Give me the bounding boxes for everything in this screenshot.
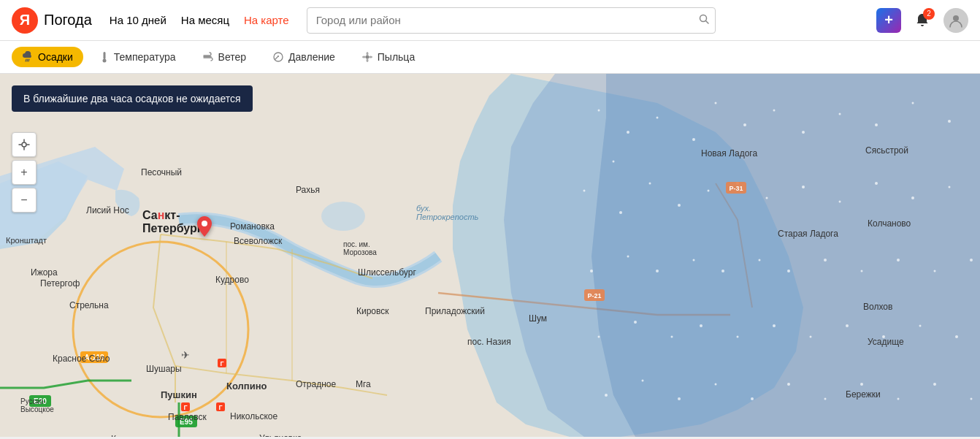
svg-point-56 [598,336,600,338]
svg-point-36 [708,190,710,192]
svg-point-24 [715,102,717,104]
logo-wrap: Я Погода [12,7,92,34]
svg-point-62 [810,336,812,338]
svg-text:Г: Г [218,404,222,411]
map-controls: + − [12,132,37,213]
locate-icon [18,139,30,150]
svg-point-61 [773,324,776,327]
svg-line-5 [28,59,29,61]
svg-point-20 [627,131,629,134]
svg-text:Е20: Е20 [34,397,47,405]
svg-point-59 [700,324,703,327]
svg-point-55 [970,259,973,262]
svg-point-2 [953,15,959,21]
svg-point-74 [860,383,863,386]
svg-point-28 [839,113,841,115]
svg-point-44 [590,270,593,272]
svg-point-19 [598,110,600,112]
svg-point-60 [737,336,739,338]
svg-text:✈: ✈ [181,349,190,361]
svg-point-15 [369,56,372,58]
locate-button[interactable] [12,132,37,157]
user-avatar[interactable] [943,8,968,33]
svg-point-21 [613,161,615,163]
svg-point-67 [605,394,608,397]
zoom-out-button[interactable]: − [12,188,37,213]
nav-map[interactable]: На карте [244,14,289,26]
svg-point-70 [715,383,717,386]
svg-point-45 [627,256,629,258]
svg-point-14 [362,56,366,58]
svg-point-53 [897,259,900,262]
filter-pressure[interactable]: Давление [262,47,345,67]
svg-line-4 [27,59,28,61]
filter-temperature[interactable]: Температура [89,47,186,67]
svg-point-54 [934,270,936,272]
svg-point-95 [202,221,207,226]
svg-point-26 [773,110,776,112]
wind-icon [202,51,214,63]
svg-point-64 [882,335,885,338]
svg-point-41 [875,182,878,185]
svg-text:Р-21: Р-21 [587,292,601,299]
svg-point-57 [634,321,637,324]
svg-text:Е95: Е95 [180,418,193,426]
svg-point-49 [759,259,761,262]
filter-pollen[interactable]: Пыльца [351,47,425,67]
map-svg: А-118 Е20 Е95 Р-21 Р-31 ✈ Г Г Г [0,74,980,437]
svg-point-69 [678,397,681,400]
svg-point-22 [656,117,659,119]
search-wrap [307,7,716,34]
svg-point-75 [897,398,900,400]
svg-point-58 [671,336,673,338]
yandex-logo: Я [12,7,38,34]
search-input[interactable] [307,7,716,34]
svg-point-27 [802,131,805,134]
svg-point-32 [583,190,586,192]
svg-point-10 [277,56,279,57]
svg-point-46 [656,270,659,272]
svg-point-7 [102,59,106,63]
svg-point-51 [824,259,827,262]
svg-point-25 [743,123,746,126]
app-title: Погода [44,12,92,28]
svg-point-39 [802,186,805,188]
svg-point-34 [649,183,651,185]
nav-links: На 10 дней На месяц На карте [110,14,289,26]
svg-point-23 [692,138,695,141]
search-button[interactable] [698,13,710,28]
svg-rect-6 [103,52,105,59]
svg-point-48 [721,270,724,272]
map-container[interactable]: А-118 Е20 Е95 Р-21 Р-31 ✈ Г Г Г Санкт- П… [0,74,980,437]
thermometer-icon [99,51,110,63]
svg-point-40 [839,201,841,203]
filter-precipitation[interactable]: Осадки [12,47,83,67]
svg-line-3 [26,59,26,61]
nav-month[interactable]: На месяц [181,14,229,26]
svg-point-11 [365,56,369,59]
notifications-button[interactable]: 2 [910,8,935,33]
filter-wind[interactable]: Ветер [192,47,257,67]
notification-badge: 2 [923,8,935,20]
svg-point-77 [971,398,973,400]
svg-point-76 [933,383,936,386]
zoom-in-button[interactable]: + [12,160,37,185]
nav-days10[interactable]: На 10 дней [110,14,166,26]
svg-point-65 [919,325,922,327]
header: Я Погода На 10 дней На месяц На карте + … [0,0,980,41]
svg-point-72 [787,383,790,386]
avatar-icon [948,12,964,28]
svg-text:Г: Г [183,404,187,411]
gauge-icon [272,51,284,63]
svg-point-12 [366,52,368,56]
svg-point-13 [366,58,368,62]
svg-point-42 [911,196,914,199]
svg-point-38 [766,197,768,199]
svg-point-63 [846,324,849,327]
svg-point-68 [642,380,644,382]
svg-point-73 [824,398,827,400]
add-button[interactable]: + [876,8,901,33]
svg-point-52 [861,270,863,272]
svg-text:Р-31: Р-31 [729,185,743,192]
svg-point-43 [949,186,951,188]
